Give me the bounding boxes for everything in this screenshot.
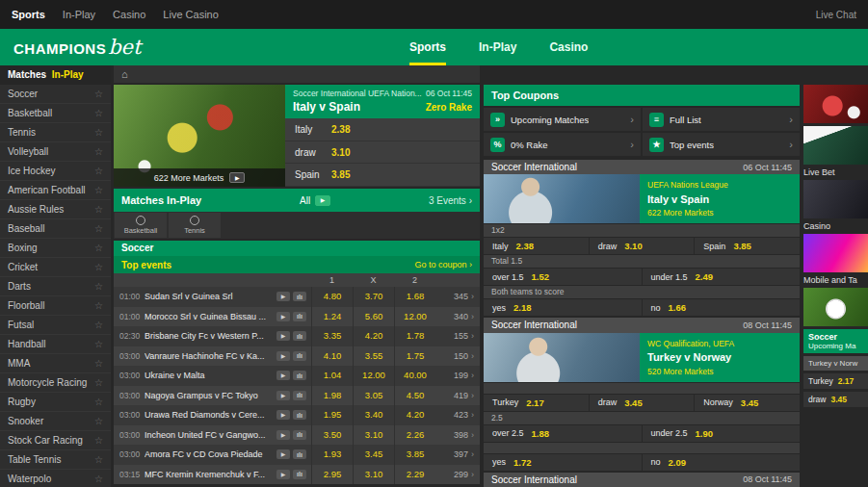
odds-away[interactable]: 1.68 — [394, 287, 435, 307]
sidebar-sport-item[interactable]: American Football ☆ — [0, 181, 111, 200]
odds-home[interactable]: 3.50 — [311, 425, 353, 446]
more-markets-link[interactable]: 299› — [435, 470, 480, 479]
sidebar-sport-item[interactable]: MMA ☆ — [0, 354, 111, 373]
bet-selection[interactable]: no 1.66 — [642, 299, 801, 316]
event-name[interactable]: Ukraine v Malta — [145, 371, 276, 380]
odds-home[interactable]: 1.95 — [311, 405, 353, 425]
media-icon[interactable]: ▶ — [276, 331, 290, 341]
featured-selection[interactable]: draw 3.10 — [285, 141, 480, 165]
bet-selection[interactable]: Turkey 2.17 — [803, 373, 868, 389]
favorite-star-icon[interactable]: ☆ — [94, 320, 103, 330]
featured-selection[interactable]: Italy 2.38 — [285, 118, 480, 141]
odds-draw[interactable]: 3.10 — [353, 465, 394, 485]
featured-match-image[interactable]: 622 More Markets ▶ — [114, 85, 285, 187]
more-markets-link[interactable]: 340› — [435, 312, 480, 321]
event-row[interactable]: 03:00 Ukraine v Malta ▶ ılı 1.04 12.00 4… — [114, 366, 480, 386]
favorite-star-icon[interactable]: ☆ — [94, 204, 103, 215]
favorite-star-icon[interactable]: ☆ — [94, 454, 103, 465]
more-markets-link[interactable]: 199› — [435, 371, 480, 380]
odds-draw[interactable]: 4.20 — [353, 326, 394, 346]
stats-icon[interactable]: ılı — [293, 430, 306, 440]
odds-home[interactable]: 1.04 — [311, 366, 353, 386]
odds-away[interactable]: 40.00 — [394, 366, 435, 386]
full-list-button[interactable]: ≡ Full List › — [643, 108, 800, 131]
bet-selection[interactable]: under 2.5 1.90 — [642, 425, 801, 442]
odds-draw[interactable]: 12.00 — [353, 366, 394, 386]
live-stream-icon[interactable]: ▶ — [315, 195, 330, 206]
event-name[interactable]: Amora FC v CD Cova Piedade — [145, 449, 276, 459]
sidebar-sport-item[interactable]: Boxing ☆ — [0, 239, 111, 258]
event-name[interactable]: Sudan Srl v Guinea Srl — [145, 292, 276, 301]
media-icon[interactable]: ▶ — [276, 430, 290, 440]
favorite-star-icon[interactable]: ☆ — [94, 281, 103, 292]
tab-sports[interactable]: Sports — [409, 29, 446, 65]
media-icon[interactable]: ▶ — [276, 410, 290, 420]
favorite-star-icon[interactable]: ☆ — [94, 339, 103, 349]
media-icon[interactable]: ▶ — [276, 449, 290, 459]
odds-home[interactable]: 1.93 — [311, 445, 353, 465]
more-markets-link[interactable]: 419› — [435, 391, 480, 400]
events-count-link[interactable]: 3 Events › — [429, 195, 472, 206]
bet-selection[interactable]: Spain 3.85 — [694, 238, 800, 254]
media-icon[interactable]: ▶ — [276, 391, 290, 400]
event-row[interactable]: 02:30 Brisbane City Fc v Western P... ▶ … — [114, 326, 480, 346]
tab-casino[interactable]: Casino — [549, 29, 588, 65]
sidebar-sport-item[interactable]: Volleyball ☆ — [0, 142, 111, 162]
odds-home[interactable]: 3.35 — [311, 326, 353, 346]
featured-more-markets[interactable]: 622 More Markets ▶ — [114, 168, 285, 187]
champions-bet-logo[interactable]: CHAMPIONS bet — [0, 36, 154, 59]
odds-away[interactable]: 2.29 — [394, 465, 435, 485]
stats-icon[interactable]: ılı — [293, 410, 306, 420]
stats-icon[interactable]: ılı — [293, 312, 306, 321]
favorite-star-icon[interactable]: ☆ — [94, 300, 103, 311]
odds-away[interactable]: 1.75 — [394, 346, 435, 367]
favorite-star-icon[interactable]: ☆ — [94, 377, 103, 388]
casino-tile[interactable] — [803, 180, 868, 218]
bet-selection[interactable]: draw 3.10 — [589, 238, 695, 254]
event-row[interactable]: 03:00 Incheon United FC v Gangwo... ▶ ıl… — [114, 425, 480, 446]
sidebar-sport-item[interactable]: Stock Car Racing ☆ — [0, 431, 111, 450]
media-icon[interactable]: ▶ — [276, 351, 290, 361]
sidebar-sport-item[interactable]: Floorball ☆ — [0, 296, 111, 316]
more-markets-link[interactable]: 398› — [435, 430, 480, 440]
all-toggle[interactable]: All — [300, 195, 310, 206]
favorite-star-icon[interactable]: ☆ — [94, 435, 103, 446]
more-markets-link[interactable]: 397› — [435, 449, 480, 459]
odds-home[interactable]: 4.80 — [311, 287, 353, 307]
bet-selection[interactable]: over 2.5 1.88 — [484, 425, 642, 442]
rail-match-name[interactable]: Turkey v Norw — [803, 356, 868, 371]
inplay-tab-tennis[interactable]: Tennis — [169, 213, 221, 238]
event-name[interactable]: MFC Kremin Kremenchuk v F... — [145, 470, 276, 479]
stats-icon[interactable]: ılı — [293, 391, 306, 400]
event-row[interactable]: 03:00 Nagoya Grampus v FC Tokyo ▶ ılı 1.… — [114, 386, 480, 406]
featured-selection[interactable]: Spain 3.85 — [285, 164, 480, 187]
sidebar-sport-item[interactable]: Futsal ☆ — [0, 316, 111, 335]
stats-icon[interactable]: ılı — [293, 470, 306, 479]
favorite-star-icon[interactable]: ☆ — [94, 127, 103, 138]
more-markets-link[interactable]: 520 More Markets — [647, 367, 792, 376]
bet-selection[interactable]: under 1.5 2.49 — [642, 269, 801, 285]
odds-draw[interactable]: 3.45 — [353, 445, 394, 465]
topnav-live-casino[interactable]: Live Casino — [163, 9, 218, 20]
upcoming-matches-button[interactable]: » Upcoming Matches › — [484, 108, 641, 131]
odds-away[interactable]: 4.50 — [394, 386, 435, 406]
sidebar-sport-item[interactable]: Ice Hockey ☆ — [0, 162, 111, 181]
more-markets-link[interactable]: 345› — [435, 292, 480, 301]
topnav-casino[interactable]: Casino — [113, 9, 145, 20]
sidebar-sport-item[interactable]: Rugby ☆ — [0, 393, 111, 412]
favorite-star-icon[interactable]: ☆ — [94, 262, 103, 272]
stats-icon[interactable]: ılı — [293, 371, 306, 380]
stats-icon[interactable]: ılı — [293, 449, 306, 459]
match-name[interactable]: Italy v Spain — [647, 193, 792, 205]
zero-rake-button[interactable]: % 0% Rake › — [484, 133, 641, 156]
more-markets-link[interactable]: 155› — [435, 331, 480, 341]
bet-selection[interactable]: yes 2.18 — [484, 299, 642, 316]
sidebar-sport-item[interactable]: Aussie Rules ☆ — [0, 200, 111, 219]
bet-selection[interactable]: Italy 2.38 — [484, 238, 589, 254]
more-markets-link[interactable]: 622 More Markets — [647, 208, 792, 218]
sidebar-sport-item[interactable]: Soccer ☆ — [0, 85, 111, 104]
sidebar-sport-item[interactable]: Motorcycle Racing ☆ — [0, 373, 111, 393]
odds-home[interactable]: 1.24 — [311, 307, 353, 327]
sidebar-sport-item[interactable]: Handball ☆ — [0, 335, 111, 354]
sidebar-sport-item[interactable]: Darts ☆ — [0, 277, 111, 296]
